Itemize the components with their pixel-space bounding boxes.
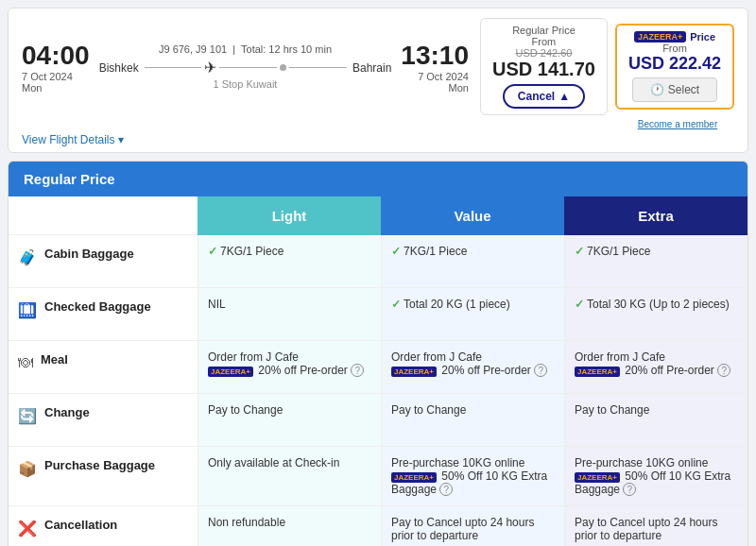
purchase-extra-cell: Pre-purchase 10KG online JAZEERA+ 50% Of…	[564, 447, 747, 506]
feature-change: 🔄 Change	[9, 394, 198, 447]
chevron-up-icon: ▲	[558, 90, 570, 103]
regular-price-main: USD 141.70	[492, 59, 595, 80]
flight-numbers: J9 676, J9 101	[159, 43, 227, 55]
cancellation-icon: ❌	[18, 520, 37, 537]
arrive-day: Mon	[401, 82, 469, 94]
meal-icon: 🍽	[18, 354, 33, 371]
jazeera-price-box: JAZEERA+ Price From USD 222.42 🕐 Select	[615, 24, 734, 110]
cancellation-label: Cancellation	[44, 518, 117, 532]
chevron-down-icon: ▾	[118, 133, 124, 146]
regular-price-strike: USD 242.60	[492, 47, 595, 59]
total-duration: Total: 12 hrs 10 min	[241, 43, 332, 55]
jazeera-label: JAZEERA+ Price	[628, 31, 721, 43]
depart-city: Bishkek	[99, 61, 139, 75]
view-flight-details[interactable]: View Flight Details ▾	[22, 133, 734, 146]
col-header-light: Light	[198, 196, 381, 235]
route-block: J9 676, J9 101 | Total: 12 hrs 10 min Bi…	[90, 43, 402, 90]
jazeera-price-main: USD 222.42	[628, 54, 721, 74]
purchase-baggage-icon: 📦	[18, 460, 37, 478]
cancel-value-cell: Pay to Cancel upto 24 hours prior to dep…	[381, 506, 564, 546]
feature-cancellation: ❌ Cancellation	[9, 506, 198, 546]
checked-baggage-icon: 🛄	[18, 301, 37, 319]
purchase-value-help-icon[interactable]: ?	[439, 483, 453, 496]
purchase-value-cell: Pre-purchase 10KG online JAZEERA+ 50% Of…	[381, 447, 564, 506]
depart-date: 7 Oct 2024	[22, 71, 90, 82]
cancel-button[interactable]: Cancel ▲	[503, 84, 585, 109]
feature-meal: 🍽 Meal	[9, 341, 198, 394]
header-select-button[interactable]: 🕐 Select	[632, 77, 717, 102]
purchase-extra-help-icon[interactable]: ?	[623, 483, 636, 496]
meal-light-help-icon[interactable]: ?	[351, 364, 364, 377]
meal-value-help-icon[interactable]: ?	[534, 364, 547, 377]
feature-checked-baggage: 🛄 Checked Baggage	[9, 288, 198, 341]
cabin-baggage-icon: 🧳	[18, 248, 37, 266]
checked-light-cell: NIL	[198, 288, 381, 341]
meal-value-cell: Order from J Cafe JAZEERA+ 20% off Pre-o…	[381, 341, 564, 394]
regular-price-label: Regular Price	[492, 25, 595, 36]
stop-info: 1 Stop Kuwait	[99, 78, 392, 90]
feature-purchase-baggage: 📦 Purchase Baggage	[9, 447, 198, 506]
meal-extra-cell: Order from J Cafe JAZEERA+ 20% off Pre-o…	[564, 341, 747, 394]
depart-time: 04:00	[22, 41, 90, 71]
departure-block: 04:00 7 Oct 2024 Mon	[22, 41, 90, 94]
jazeera-from-label: From	[628, 43, 721, 54]
change-label: Change	[44, 405, 90, 419]
comparison-section: Regular Price Light Value Extra 🧳 Cabin …	[8, 161, 748, 546]
cabin-baggage-label: Cabin Baggage	[44, 247, 134, 261]
regular-price-box: Regular Price From USD 242.60 USD 141.70…	[480, 18, 608, 115]
comparison-grid: Light Value Extra 🧳 Cabin Baggage ✓7KG/1…	[9, 196, 747, 546]
arrive-date: 7 Oct 2024	[401, 71, 469, 82]
checked-value-cell: ✓Total 20 KG (1 piece)	[381, 288, 564, 341]
purchase-baggage-label: Purchase Baggage	[44, 458, 155, 472]
stop-dot	[280, 64, 286, 71]
purchase-light-cell: Only available at Check-in	[198, 447, 381, 506]
feature-cabin-baggage: 🧳 Cabin Baggage	[9, 235, 198, 288]
col-header-extra: Extra	[564, 196, 747, 235]
jazeera-badge: JAZEERA+	[634, 31, 686, 43]
meal-light-cell: Order from J Cafe JAZEERA+ 20% off Pre-o…	[198, 341, 381, 394]
arrive-time: 13:10	[401, 41, 469, 71]
become-member-link-header[interactable]: Become a member	[621, 119, 734, 129]
comparison-header: Regular Price	[9, 162, 747, 196]
depart-day: Mon	[22, 82, 90, 94]
col-header-value: Value	[381, 196, 564, 235]
cancel-light-cell: Non refundable	[198, 506, 381, 546]
checked-baggage-label: Checked Baggage	[44, 299, 151, 314]
cancel-extra-cell: Pay to Cancel upto 24 hours prior to dep…	[564, 506, 747, 546]
cabin-extra-cell: ✓7KG/1 Piece	[564, 235, 747, 288]
flight-card: 04:00 7 Oct 2024 Mon J9 676, J9 101 | To…	[8, 8, 748, 153]
arrival-block: 13:10 7 Oct 2024 Mon	[401, 41, 469, 94]
regular-from-label: From	[492, 36, 595, 47]
change-icon: 🔄	[18, 407, 37, 425]
meal-label: Meal	[41, 352, 68, 367]
plane-icon: ✈	[204, 59, 216, 77]
checked-extra-cell: ✓Total 30 KG (Up to 2 pieces)	[564, 288, 747, 341]
cabin-light-cell: ✓7KG/1 Piece	[198, 235, 381, 288]
cabin-value-cell: ✓7KG/1 Piece	[381, 235, 564, 288]
arrive-city: Bahrain	[352, 61, 391, 75]
change-light-cell: Pay to Change	[198, 394, 381, 447]
change-value-cell: Pay to Change	[381, 394, 564, 447]
meal-extra-help-icon[interactable]: ?	[717, 364, 730, 377]
change-extra-cell: Pay to Change	[564, 394, 747, 447]
clock-icon: 🕐	[650, 83, 664, 96]
